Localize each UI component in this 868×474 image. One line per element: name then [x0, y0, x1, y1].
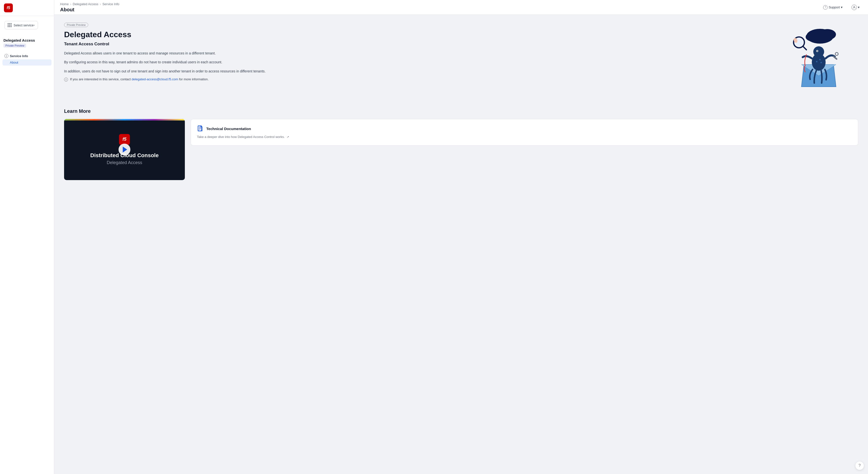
support-chevron-icon: ▾	[841, 5, 843, 9]
svg-point-18	[816, 61, 817, 62]
hero-illustration	[774, 23, 858, 97]
tech-doc-card[interactable]: Technical Documentation Take a deeper di…	[191, 119, 858, 146]
info-icon: i	[4, 54, 8, 58]
user-button[interactable]: ▾	[849, 3, 862, 11]
content-para-1: Delegated Access allows users in one ten…	[64, 51, 765, 56]
tech-doc-desc: Take a deeper dive into how Delegated Ac…	[197, 134, 852, 139]
page-title: About	[60, 7, 119, 12]
f5-video-logo: f5	[119, 134, 130, 145]
video-subtitle: Delegated Access	[107, 160, 142, 165]
help-button[interactable]: ?	[855, 461, 864, 470]
topbar-left: Home › Delegated Access › Service Info A…	[60, 2, 119, 12]
sidebar-nav: i Service Info About	[0, 50, 54, 66]
breadcrumb-service[interactable]: Delegated Access	[73, 2, 98, 6]
content-subtitle: Tenant Access Control	[64, 42, 765, 46]
contact-email-link[interactable]: delegated-access@cloud.f5.com	[132, 77, 178, 81]
svg-point-16	[835, 53, 838, 56]
svg-point-19	[820, 62, 822, 63]
select-service-button[interactable]: Select service ▾	[4, 21, 38, 29]
play-button[interactable]	[119, 144, 130, 155]
video-top-bar	[64, 119, 185, 121]
contact-info: i If you are interested in this service,…	[64, 77, 765, 82]
tech-doc-title: Technical Documentation	[206, 127, 251, 131]
f5-logo-icon: f5	[4, 3, 13, 12]
svg-point-2	[819, 29, 836, 40]
content-para-2: By configuring access in this way, tenan…	[64, 59, 765, 65]
sidebar-item-service-info[interactable]: i Service Info	[2, 53, 52, 59]
learn-more-section: Learn More f5 Distributed Cloud Console …	[64, 108, 858, 180]
svg-point-14	[817, 51, 818, 52]
external-link-icon: ↗	[287, 135, 289, 139]
sidebar-item-about[interactable]: About	[2, 59, 52, 66]
breadcrumb-page: Service Info	[102, 2, 119, 6]
tech-doc-header: Technical Documentation	[197, 125, 852, 132]
svg-point-3	[806, 33, 819, 41]
sidebar-service-section: Delegated Access Private Preview	[0, 34, 54, 50]
app-container: f5 Select service ▾ Delegated Access Pri…	[0, 0, 868, 474]
support-button[interactable]: ? Support ▾	[821, 4, 845, 11]
svg-point-12	[813, 46, 824, 57]
breadcrumb-sep-2: ›	[100, 2, 101, 6]
svg-point-0	[854, 6, 855, 7]
play-triangle-icon	[123, 147, 127, 153]
support-icon: ?	[823, 5, 828, 10]
user-chevron-icon: ▾	[858, 5, 860, 9]
content-para-3: In addition, users do not have to sign o…	[64, 68, 765, 74]
sidebar-nav-header-label: Service Info	[10, 54, 28, 58]
hero-text: Private Preview Delegated Access Tenant …	[64, 23, 765, 82]
contact-info-icon: i	[64, 77, 68, 82]
hero-section: Private Preview Delegated Access Tenant …	[64, 23, 858, 97]
document-icon	[197, 125, 204, 132]
sidebar-logo: f5	[0, 0, 54, 16]
select-service-label: Select service	[13, 23, 33, 27]
video-thumbnail[interactable]: f5 Distributed Cloud Console Delegated A…	[64, 119, 185, 180]
sidebar-service-title: Delegated Access	[3, 38, 51, 42]
content-area: Private Preview Delegated Access Tenant …	[54, 15, 868, 474]
breadcrumb: Home › Delegated Access › Service Info	[60, 2, 119, 6]
svg-point-17	[819, 59, 821, 60]
grid-icon	[8, 23, 11, 27]
breadcrumb-sep-1: ›	[70, 2, 71, 6]
svg-line-6	[803, 46, 806, 50]
user-avatar-icon	[851, 5, 857, 10]
learn-more-title: Learn More	[64, 108, 858, 114]
support-label: Support	[829, 5, 840, 9]
private-preview-tag: Private Preview	[64, 23, 88, 27]
private-preview-badge: Private Preview	[3, 43, 26, 48]
main: Home › Delegated Access › Service Info A…	[54, 0, 868, 474]
sidebar: f5 Select service ▾ Delegated Access Pri…	[0, 0, 54, 474]
topbar-right: ? Support ▾ ▾	[821, 3, 862, 11]
breadcrumb-home[interactable]: Home	[60, 2, 69, 6]
select-service-chevron-icon: ▾	[33, 24, 35, 27]
topbar: Home › Delegated Access › Service Info A…	[54, 0, 868, 15]
content-heading: Delegated Access	[64, 30, 765, 39]
contact-text: If you are interested in this service, c…	[70, 77, 209, 81]
learn-more-grid: f5 Distributed Cloud Console Delegated A…	[64, 119, 858, 180]
